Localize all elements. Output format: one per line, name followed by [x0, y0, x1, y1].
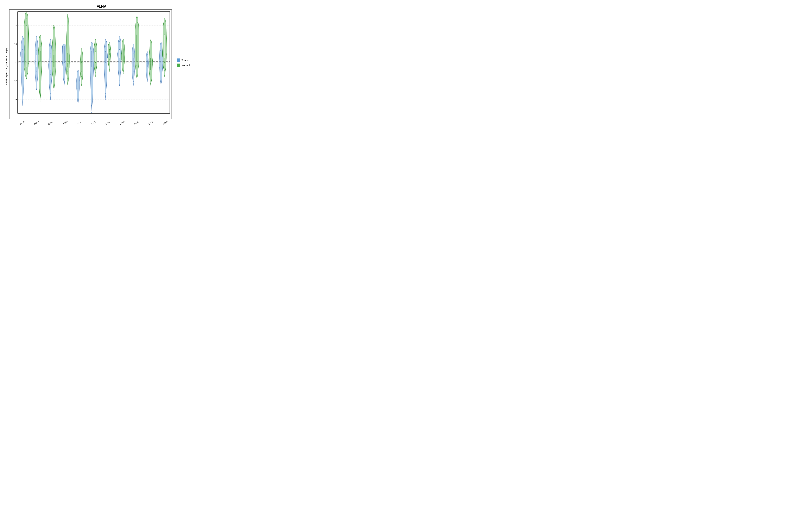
x-label: COAD — [46, 119, 56, 127]
svg-point-176 — [119, 41, 120, 42]
svg-point-191 — [133, 86, 133, 86]
svg-point-206 — [137, 55, 137, 55]
svg-point-105 — [78, 93, 78, 93]
svg-point-187 — [123, 43, 123, 43]
svg-point-144 — [95, 39, 96, 40]
svg-point-173 — [119, 53, 120, 54]
svg-point-116 — [82, 76, 82, 77]
svg-point-40 — [37, 67, 37, 67]
svg-point-252 — [164, 30, 165, 31]
svg-point-33 — [26, 18, 27, 18]
svg-point-60 — [50, 93, 51, 94]
svg-point-172 — [119, 58, 120, 58]
svg-rect-167 — [119, 50, 120, 58]
svg-point-163 — [109, 49, 110, 50]
svg-point-220 — [147, 54, 148, 55]
svg-point-195 — [134, 62, 134, 63]
svg-point-153 — [105, 47, 106, 47]
svg-point-184 — [123, 55, 124, 55]
svg-point-115 — [82, 82, 82, 82]
svg-point-128 — [92, 67, 92, 67]
svg-point-45 — [36, 36, 37, 37]
svg-point-118 — [82, 67, 82, 67]
svg-point-170 — [119, 80, 120, 81]
svg-point-227 — [150, 70, 151, 70]
x-label: LUAD — [103, 119, 113, 127]
svg-point-192 — [133, 81, 134, 82]
svg-point-119 — [82, 62, 82, 63]
svg-point-207 — [137, 35, 137, 35]
svg-point-181 — [123, 70, 124, 70]
svg-point-141 — [95, 51, 96, 52]
svg-point-38 — [36, 85, 37, 85]
svg-point-100 — [67, 14, 68, 14]
svg-point-215 — [147, 71, 147, 72]
svg-point-95 — [67, 67, 68, 67]
svg-point-96 — [68, 62, 68, 63]
svg-point-151 — [105, 58, 106, 58]
legend-item-tumor: Tumor — [177, 58, 199, 62]
svg-point-15 — [22, 106, 23, 106]
svg-point-198 — [134, 48, 134, 48]
svg-point-197 — [133, 53, 134, 54]
svg-point-171 — [119, 62, 120, 63]
svg-point-92 — [68, 86, 68, 86]
svg-point-108 — [78, 79, 79, 79]
svg-point-84 — [64, 62, 65, 63]
svg-point-246 — [164, 76, 165, 77]
svg-point-254 — [164, 18, 164, 18]
svg-point-31 — [26, 25, 27, 26]
svg-point-22 — [23, 43, 23, 44]
svg-point-229 — [151, 58, 151, 58]
svg-point-55 — [40, 41, 40, 42]
svg-point-19 — [22, 52, 23, 53]
legend-label-normal: Normal — [182, 64, 190, 67]
svg-point-204 — [136, 65, 137, 66]
svg-point-106 — [78, 88, 78, 89]
svg-point-243 — [161, 42, 161, 43]
svg-point-218 — [147, 60, 148, 61]
legend-item-normal: Normal — [177, 64, 199, 67]
svg-rect-57 — [50, 58, 51, 70]
svg-point-93 — [67, 78, 68, 79]
svg-point-180 — [123, 73, 124, 74]
svg-point-242 — [161, 46, 161, 47]
svg-point-169 — [119, 86, 119, 86]
svg-point-235 — [161, 86, 161, 86]
svg-point-238 — [161, 67, 161, 67]
svg-point-161 — [109, 55, 110, 55]
plot-area: 1012141618 — [9, 9, 172, 119]
svg-point-65 — [50, 53, 51, 54]
svg-point-76 — [54, 50, 54, 51]
svg-point-63 — [51, 64, 51, 65]
svg-point-154 — [106, 45, 106, 46]
x-label: THCA — [146, 119, 156, 127]
svg-point-158 — [109, 71, 110, 72]
svg-point-89 — [64, 44, 65, 44]
svg-point-70 — [53, 90, 54, 91]
svg-text:16: 16 — [14, 43, 16, 45]
svg-point-177 — [119, 36, 119, 37]
svg-point-129 — [92, 60, 92, 61]
svg-point-133 — [92, 42, 93, 43]
svg-rect-178 — [123, 49, 123, 61]
svg-point-27 — [26, 72, 26, 73]
svg-point-185 — [123, 48, 123, 49]
svg-point-20 — [22, 49, 23, 50]
svg-point-42 — [37, 55, 37, 55]
svg-point-37 — [36, 90, 37, 91]
x-labels-row: BLCABRCACOADHNSCKICHKIRCLUADLUSCPRADTHCA… — [14, 120, 172, 124]
svg-point-54 — [40, 47, 41, 47]
svg-point-236 — [161, 81, 161, 81]
svg-point-18 — [22, 58, 23, 58]
svg-point-175 — [119, 45, 119, 45]
svg-point-241 — [160, 50, 161, 51]
svg-point-174 — [119, 49, 120, 50]
svg-point-247 — [164, 70, 165, 71]
legend-box-normal — [177, 64, 180, 67]
svg-point-148 — [105, 93, 106, 94]
svg-point-67 — [50, 39, 50, 40]
svg-point-83 — [64, 67, 65, 67]
svg-point-250 — [165, 53, 165, 54]
svg-rect-211 — [147, 61, 147, 67]
